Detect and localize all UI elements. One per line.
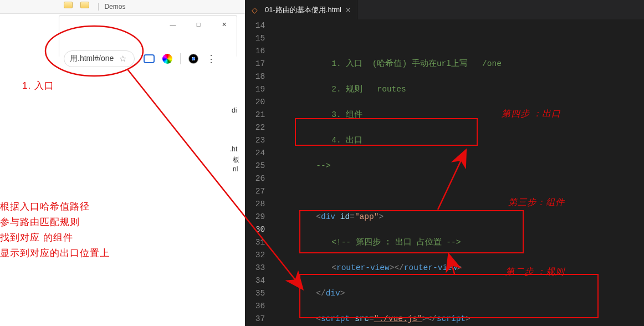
extension-icon[interactable] bbox=[144, 54, 155, 63]
annotation-entry-label: 1. 入口 bbox=[22, 78, 54, 95]
code-area[interactable]: 141516171819 202122232425 262728293031 3… bbox=[245, 19, 644, 326]
window-minimize-button[interactable]: — bbox=[160, 16, 186, 33]
color-picker-icon[interactable] bbox=[162, 54, 172, 64]
folder-icon bbox=[64, 2, 73, 8]
editor-tab-title: 01-路由的基本使用.html bbox=[265, 5, 341, 15]
annotation-flow-line4: 显示到对应的出口位置上 bbox=[0, 245, 110, 262]
window-maximize-button[interactable]: □ bbox=[186, 16, 211, 33]
browser-window: — □ ✕ 用.html#/one ☆ ⋮ bbox=[59, 16, 237, 57]
editor-tab[interactable]: ◇ 01-路由的基本使用.html × bbox=[245, 0, 357, 19]
file-fragment: nl bbox=[233, 165, 238, 173]
folder-icon bbox=[80, 2, 89, 8]
profile-icon[interactable] bbox=[188, 54, 198, 64]
browser-menu-icon[interactable]: ⋮ bbox=[206, 53, 216, 65]
window-controls: — □ ✕ bbox=[160, 16, 237, 33]
browser-extension-icons: ⋮ bbox=[144, 53, 216, 65]
file-fragment: .ht bbox=[230, 145, 237, 153]
file-fragment: di bbox=[232, 106, 237, 114]
annotation-step3-label: 第三步：组件 bbox=[508, 197, 565, 208]
explorer-separator: | bbox=[96, 2, 101, 11]
annotation-flow-line2: 参与路由匹配规则 bbox=[0, 214, 80, 231]
bookmark-star-icon[interactable]: ☆ bbox=[119, 54, 126, 64]
window-close-button[interactable]: ✕ bbox=[211, 16, 237, 33]
toolbar-separator bbox=[180, 53, 181, 64]
code-editor: ◇ 01-路由的基本使用.html × 141516171819 2021222… bbox=[245, 0, 644, 326]
annotation-flow-line3: 找到对应 的组件 bbox=[0, 230, 73, 247]
browser-toolbar: 用.html#/one ☆ ⋮ bbox=[59, 47, 237, 71]
editor-tab-bar: ◇ 01-路由的基本使用.html × bbox=[245, 0, 644, 19]
explorer-quick-icons bbox=[64, 2, 89, 8]
html-file-icon: ◇ bbox=[252, 6, 260, 14]
file-fragment: 板 bbox=[233, 155, 239, 165]
close-icon[interactable]: × bbox=[346, 6, 350, 14]
explorer-title: Demos bbox=[104, 3, 125, 11]
code-content[interactable]: 1. 入口 (哈希值) 手动在url上写 /one 2. 规则 routes 3… bbox=[273, 19, 644, 326]
annotation-step2-label: 第二步 ：规则 bbox=[505, 266, 565, 278]
line-number-gutter: 141516171819 202122232425 262728293031 3… bbox=[245, 19, 273, 326]
annotation-step4-label: 第四步 ：出口 bbox=[502, 108, 561, 120]
annotation-flow-line1: 根据入口哈希值路径 bbox=[0, 198, 90, 216]
address-bar[interactable]: 用.html#/one ☆ bbox=[64, 50, 135, 67]
file-explorer-strip: | Demos bbox=[0, 0, 245, 14]
url-text: 用.html#/one bbox=[70, 54, 114, 64]
